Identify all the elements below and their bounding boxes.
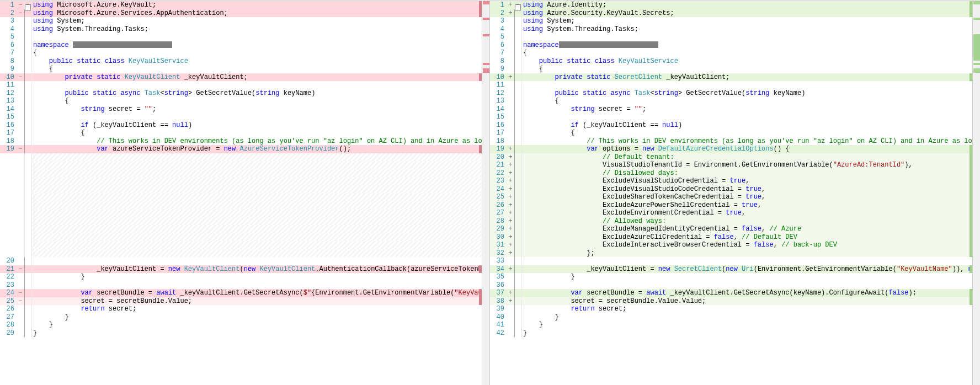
code-line[interactable]: 26+ ExcludeAzurePowerShellCredential = t… bbox=[490, 201, 980, 210]
fold-gutter[interactable] bbox=[514, 225, 522, 233]
code-line[interactable]: 1+using Azure.Identity; bbox=[490, 1, 980, 9]
code-line[interactable]: 4using System.Threading.Tasks; bbox=[0, 25, 489, 34]
code-line[interactable]: 4using System.Threading.Tasks; bbox=[490, 25, 980, 34]
fold-gutter[interactable] bbox=[24, 65, 32, 73]
fold-gutter[interactable] bbox=[514, 321, 522, 329]
fold-gutter[interactable] bbox=[514, 217, 522, 226]
left-code-body[interactable]: 1−using Microsoft.Azure.KeyVault;2−using… bbox=[0, 1, 489, 385]
code-line[interactable]: 38+ secret = secretBundle.Value.Value; bbox=[490, 297, 980, 306]
fold-gutter[interactable] bbox=[514, 297, 522, 306]
fold-gutter[interactable] bbox=[24, 81, 32, 89]
code-line[interactable]: 8 public static class KeyVaultService bbox=[0, 57, 489, 66]
code-line[interactable]: 25− secret = secretBundle.Value; bbox=[0, 297, 489, 306]
code-line[interactable]: 9 { bbox=[0, 65, 489, 73]
code-line[interactable]: 11 bbox=[490, 81, 980, 89]
fold-gutter[interactable] bbox=[514, 25, 522, 34]
fold-gutter[interactable] bbox=[514, 105, 522, 114]
code-line[interactable]: 13 { bbox=[490, 97, 980, 105]
right-overview-ruler[interactable] bbox=[972, 1, 980, 385]
code-line[interactable]: 41 } bbox=[490, 321, 980, 329]
code-line[interactable]: 27 } bbox=[0, 313, 489, 322]
fold-gutter[interactable] bbox=[24, 105, 32, 114]
code-line[interactable]: 20 bbox=[0, 257, 489, 265]
fold-gutter[interactable] bbox=[24, 89, 32, 98]
fold-gutter[interactable] bbox=[24, 129, 32, 137]
fold-gutter[interactable] bbox=[24, 17, 32, 25]
code-line[interactable]: 24− var secretBundle = await _keyVaultCl… bbox=[0, 289, 489, 297]
code-line[interactable]: 25+ ExcludeSharedTokenCacheCredential = … bbox=[490, 193, 980, 201]
code-line[interactable]: 6namespace bbox=[490, 41, 980, 50]
code-line[interactable]: 14 string secret = ""; bbox=[490, 105, 980, 114]
code-line[interactable]: 13 { bbox=[0, 97, 489, 105]
fold-gutter[interactable] bbox=[514, 9, 522, 18]
fold-gutter[interactable] bbox=[24, 113, 32, 121]
fold-gutter[interactable] bbox=[24, 97, 32, 105]
code-line[interactable]: 31+ ExcludeInteractiveBrowserCredential … bbox=[490, 241, 980, 249]
code-line[interactable]: 7{ bbox=[0, 49, 489, 57]
fold-gutter[interactable] bbox=[514, 73, 522, 82]
code-line[interactable]: 30+ ExcludeAzureCliCredential = false, /… bbox=[490, 233, 980, 242]
code-line[interactable]: 16 if (_keyVaultClient == null) bbox=[0, 121, 489, 130]
code-line[interactable]: 23+ ExcludeVisualStudioCredential = true… bbox=[490, 177, 980, 185]
fold-gutter[interactable] bbox=[514, 193, 522, 201]
code-line[interactable]: 26 return secret; bbox=[0, 305, 489, 313]
fold-gutter[interactable] bbox=[514, 169, 522, 178]
fold-gutter[interactable] bbox=[514, 185, 522, 194]
fold-gutter[interactable] bbox=[24, 273, 32, 281]
fold-gutter[interactable] bbox=[514, 241, 522, 249]
code-line[interactable]: 10+ private static SecretClient _keyVaul… bbox=[490, 73, 980, 82]
code-line[interactable]: 36 bbox=[490, 281, 980, 290]
code-line[interactable]: 28 } bbox=[0, 321, 489, 329]
fold-gutter[interactable] bbox=[24, 33, 32, 41]
code-line[interactable]: 42} bbox=[490, 329, 980, 338]
fold-gutter[interactable] bbox=[514, 81, 522, 89]
code-line[interactable]: 11 bbox=[0, 81, 489, 89]
code-line[interactable]: 34+ _keyVaultClient = new SecretClient(n… bbox=[490, 265, 980, 274]
code-line[interactable]: 18 // This works in DEV environments (as… bbox=[0, 137, 489, 146]
code-line[interactable]: 28+ // Allowed ways: bbox=[490, 217, 980, 226]
code-line[interactable]: 24+ ExcludeVisualStudioCodeCredential = … bbox=[490, 185, 980, 194]
code-line[interactable]: 17 { bbox=[0, 129, 489, 137]
fold-gutter[interactable] bbox=[24, 121, 32, 130]
code-line[interactable]: 15 bbox=[490, 113, 980, 121]
code-line[interactable]: 23 bbox=[0, 281, 489, 290]
code-line[interactable]: 17 { bbox=[490, 129, 980, 137]
code-line[interactable]: 15 bbox=[0, 113, 489, 121]
fold-gutter[interactable] bbox=[514, 41, 522, 50]
fold-gutter[interactable] bbox=[514, 113, 522, 121]
code-line[interactable]: 2−using Microsoft.Azure.Services.AppAuth… bbox=[0, 9, 489, 18]
code-line[interactable]: 7{ bbox=[490, 49, 980, 57]
fold-gutter[interactable] bbox=[514, 273, 522, 281]
code-line[interactable]: 3using System; bbox=[490, 17, 980, 25]
fold-gutter[interactable] bbox=[514, 161, 522, 169]
fold-gutter[interactable] bbox=[24, 41, 32, 50]
code-line[interactable]: 32+ }; bbox=[490, 249, 980, 258]
code-line[interactable]: 16 if (_keyVaultClient == null) bbox=[490, 121, 980, 130]
fold-gutter[interactable] bbox=[24, 313, 32, 322]
code-line[interactable]: 18 // This works in DEV environments (as… bbox=[490, 137, 980, 146]
code-line[interactable]: 35 } bbox=[490, 273, 980, 281]
fold-gutter[interactable] bbox=[24, 25, 32, 34]
fold-gutter[interactable] bbox=[24, 145, 32, 153]
fold-gutter[interactable] bbox=[514, 97, 522, 105]
fold-gutter[interactable] bbox=[514, 257, 522, 265]
code-line[interactable]: 9 { bbox=[490, 65, 980, 73]
fold-gutter[interactable] bbox=[24, 265, 32, 274]
code-line[interactable]: 39 return secret; bbox=[490, 305, 980, 313]
code-line[interactable]: 8 public static class KeyVaultService bbox=[490, 57, 980, 66]
fold-gutter[interactable] bbox=[514, 129, 522, 137]
fold-gutter[interactable] bbox=[514, 121, 522, 130]
fold-gutter[interactable] bbox=[514, 89, 522, 98]
fold-gutter[interactable] bbox=[24, 289, 32, 297]
code-line[interactable]: 12 public static async Task<string> GetS… bbox=[0, 89, 489, 98]
code-line[interactable]: 22 } bbox=[0, 273, 489, 281]
fold-gutter[interactable] bbox=[514, 49, 522, 57]
right-code-body[interactable]: 1+using Azure.Identity;2+using Azure.Sec… bbox=[490, 1, 980, 385]
fold-gutter[interactable] bbox=[24, 321, 32, 329]
code-line[interactable]: 19− var azureServiceTokenProvider = new … bbox=[0, 145, 489, 153]
code-line[interactable]: 3using System; bbox=[0, 17, 489, 25]
fold-gutter[interactable] bbox=[24, 137, 32, 146]
fold-gutter[interactable] bbox=[514, 145, 522, 153]
code-line[interactable]: 27+ ExcludeEnvironmentCredential = true, bbox=[490, 209, 980, 217]
code-line[interactable]: 10− private static KeyVaultClient _keyVa… bbox=[0, 73, 489, 82]
